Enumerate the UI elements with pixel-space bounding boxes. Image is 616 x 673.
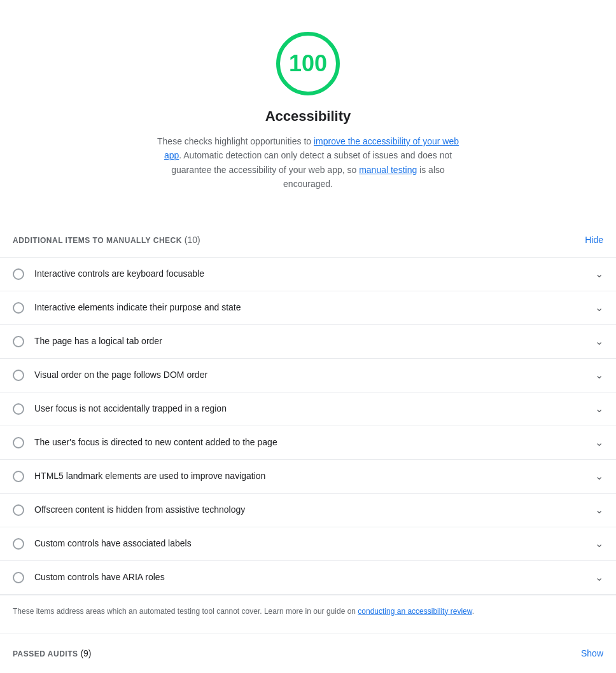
chevron-down-icon-2: ⌄ xyxy=(595,334,603,349)
page-title: Accessibility xyxy=(265,106,351,127)
audit-item-label-0: Interactive controls are keyboard focusa… xyxy=(34,267,204,281)
audit-status-icon-2 xyxy=(13,336,24,347)
audit-item-7[interactable]: Offscreen content is hidden from assisti… xyxy=(0,494,616,527)
score-section: 100 Accessibility These checks highlight… xyxy=(0,13,616,204)
audit-item-1[interactable]: Interactive elements indicate their purp… xyxy=(0,291,616,325)
audit-status-icon-4 xyxy=(13,403,24,415)
note-period: . xyxy=(472,607,474,616)
audit-item-label-4: User focus is not accidentally trapped i… xyxy=(34,402,227,415)
score-circle: 100 xyxy=(276,32,340,95)
chevron-down-icon-1: ⌄ xyxy=(595,300,603,316)
audit-item-label-5: The user's focus is directed to new cont… xyxy=(34,436,277,449)
audit-status-icon-0 xyxy=(13,268,24,280)
accessibility-review-link[interactable]: conducting an accessibility review xyxy=(358,607,472,616)
audit-item-label-9: Custom controls have ARIA roles xyxy=(34,571,165,584)
description-before: These checks highlight opportunities to xyxy=(157,136,314,146)
audit-item-2[interactable]: The page has a logical tab order ⌄ xyxy=(0,325,616,359)
show-passed-button[interactable]: Show xyxy=(581,648,603,658)
manual-check-section-header: ADDITIONAL ITEMS TO MANUALLY CHECK (10) … xyxy=(0,223,616,257)
passed-audits-section-header: PASSED AUDITS (9) Show xyxy=(0,634,616,673)
chevron-down-icon-3: ⌄ xyxy=(595,368,603,383)
chevron-down-icon-8: ⌄ xyxy=(595,536,603,552)
audit-status-icon-9 xyxy=(13,572,24,583)
audit-item-label-2: The page has a logical tab order xyxy=(34,335,162,348)
audit-item-label-3: Visual order on the page follows DOM ord… xyxy=(34,368,207,382)
audit-item-label-1: Interactive elements indicate their purp… xyxy=(34,301,241,314)
audit-item-0[interactable]: Interactive controls are keyboard focusa… xyxy=(0,258,616,291)
audit-status-icon-7 xyxy=(13,504,24,516)
audit-status-icon-6 xyxy=(13,471,24,482)
audit-status-icon-1 xyxy=(13,302,24,314)
hide-manual-button[interactable]: Hide xyxy=(585,235,603,245)
audit-item-4[interactable]: User focus is not accidentally trapped i… xyxy=(0,392,616,426)
chevron-down-icon-9: ⌄ xyxy=(595,570,603,585)
audit-status-icon-5 xyxy=(13,437,24,448)
note-text: These items address areas which an autom… xyxy=(13,607,358,616)
manual-check-title: ADDITIONAL ITEMS TO MANUALLY CHECK (10) xyxy=(13,233,200,247)
manual-check-count: (10) xyxy=(185,235,200,245)
chevron-down-icon-7: ⌄ xyxy=(595,503,603,518)
manual-testing-link[interactable]: manual testing xyxy=(359,165,417,175)
chevron-down-icon-0: ⌄ xyxy=(595,267,603,282)
audit-item-label-6: HTML5 landmark elements are used to impr… xyxy=(34,469,265,483)
audit-item-label-7: Offscreen content is hidden from assisti… xyxy=(34,503,245,517)
chevron-down-icon-5: ⌄ xyxy=(595,435,603,450)
audit-item-5[interactable]: The user's focus is directed to new cont… xyxy=(0,426,616,460)
audit-item-8[interactable]: Custom controls have associated labels ⌄ xyxy=(0,527,616,561)
audit-status-icon-8 xyxy=(13,538,24,550)
chevron-down-icon-6: ⌄ xyxy=(595,469,603,484)
audit-item-3[interactable]: Visual order on the page follows DOM ord… xyxy=(0,359,616,392)
passed-audits-title: PASSED AUDITS xyxy=(13,649,78,658)
audit-list: Interactive controls are keyboard focusa… xyxy=(0,257,616,627)
passed-audits-title-group: PASSED AUDITS (9) xyxy=(13,647,92,660)
score-number: 100 xyxy=(289,46,327,81)
audit-item-6[interactable]: HTML5 landmark elements are used to impr… xyxy=(0,460,616,494)
page-container: 100 Accessibility These checks highlight… xyxy=(0,0,616,673)
score-description: These checks highlight opportunities to … xyxy=(155,134,461,191)
manual-check-title-text: ADDITIONAL ITEMS TO MANUALLY CHECK xyxy=(13,236,182,245)
passed-audits-count: (9) xyxy=(80,648,91,658)
chevron-down-icon-4: ⌄ xyxy=(595,401,603,417)
audit-status-icon-3 xyxy=(13,370,24,381)
manual-check-footer-note: These items address areas which an autom… xyxy=(0,595,616,627)
audit-item-9[interactable]: Custom controls have ARIA roles ⌄ xyxy=(0,561,616,595)
audit-item-label-8: Custom controls have associated labels xyxy=(34,537,192,550)
